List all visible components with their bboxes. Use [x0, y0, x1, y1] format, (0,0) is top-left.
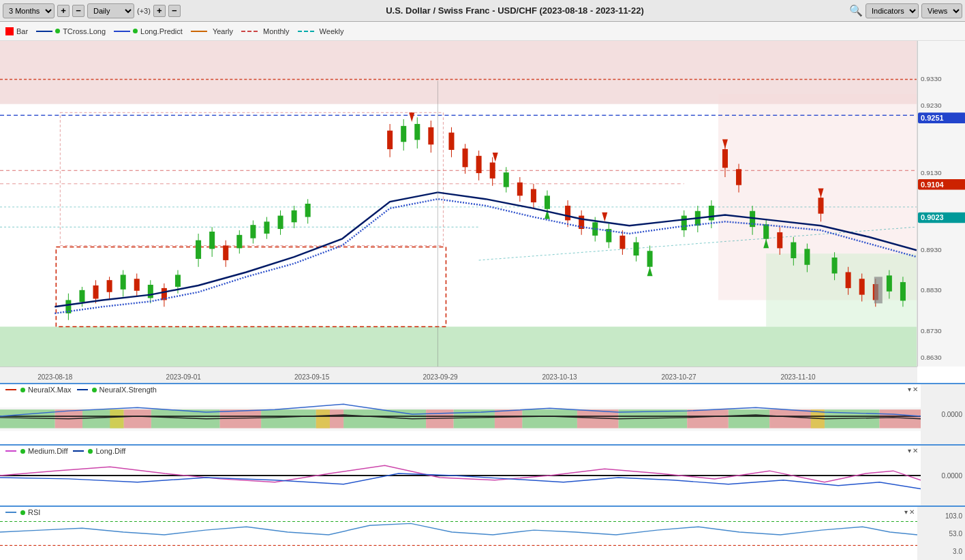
svg-rect-20 [107, 280, 112, 292]
svg-rect-113 [804, 249, 810, 264]
tcross-dot-icon [55, 29, 60, 33]
neural-panel-axis: 0.0000 [921, 384, 965, 444]
yearly-line-icon [191, 31, 207, 32]
svg-rect-60 [448, 133, 454, 150]
svg-rect-24 [134, 279, 140, 291]
svg-text:0.9251: 0.9251 [921, 114, 944, 122]
legend-bar-label: Bar [16, 27, 28, 35]
legend-monthly: Monthly [241, 27, 290, 35]
neural-strength-legend: NeuralX.Strength [77, 386, 157, 394]
svg-rect-130 [874, 277, 883, 303]
svg-rect-26 [148, 285, 153, 298]
legend-yearly-label: Yearly [213, 27, 233, 35]
svg-rect-64 [476, 156, 482, 173]
diff-panel-axis: 0.0000 [921, 446, 965, 505]
svg-rect-115 [818, 198, 823, 213]
rsi-legend: RSI [5, 508, 40, 516]
long-diff-legend: Long.Diff [73, 447, 125, 455]
svg-text:0.8630: 0.8630 [921, 354, 942, 361]
svg-rect-157 [123, 409, 151, 428]
neural-panel-content: NeuralX.Max NeuralX.Strength ▾ ✕ [0, 384, 921, 444]
neural-panel-controls: ▾ ✕ [908, 386, 918, 393]
svg-rect-86 [619, 236, 625, 249]
price-axis: 0.9330 0.9230 0.9130 0.8930 0.8830 0.873… [917, 41, 965, 367]
svg-rect-100 [722, 149, 728, 168]
indicators-select[interactable]: Indicators [866, 3, 919, 18]
svg-marker-92 [647, 267, 653, 277]
neural-max-legend: NeuralX.Max [5, 386, 72, 394]
neural-max-icon [5, 389, 16, 390]
rsi-dot [20, 510, 25, 515]
timeframe-select[interactable]: 3 Months 1 Month 6 Months [3, 3, 55, 18]
svg-rect-127 [900, 282, 906, 300]
svg-rect-117 [832, 258, 838, 273]
price-chart[interactable] [0, 41, 917, 367]
main-chart-area: 0.9330 0.9230 0.9130 0.8930 0.8830 0.873… [0, 41, 965, 367]
neural-panel-header: NeuralX.Max NeuralX.Strength [5, 386, 157, 394]
svg-rect-3 [766, 253, 917, 326]
svg-text:0.9023: 0.9023 [921, 214, 944, 222]
long-predict-line-icon [114, 31, 130, 32]
svg-rect-149 [261, 409, 316, 428]
legend-tcross: TCross.Long [36, 27, 106, 35]
diff-close-btn[interactable]: ✕ [913, 447, 918, 454]
x-label-3: 2023-09-15 [294, 373, 329, 381]
svg-rect-48 [305, 204, 311, 217]
rsi-collapse-btn[interactable]: ▾ [904, 508, 908, 516]
svg-rect-72 [531, 189, 536, 203]
search-button[interactable]: 🔍 [849, 4, 863, 17]
rsi-level-1: 103.0 [945, 512, 962, 520]
svg-text:0.8730: 0.8730 [921, 327, 942, 335]
legend-row: Bar TCross.Long Long.Predict Yearly Mont… [0, 22, 965, 41]
long-predict-dot-icon [133, 29, 138, 33]
medium-diff-label: Medium.Diff [28, 447, 67, 455]
svg-rect-16 [79, 290, 85, 302]
rsi-panel-controls: ▾ ✕ [904, 508, 915, 516]
svg-rect-52 [401, 126, 406, 142]
svg-rect-111 [791, 243, 796, 258]
neural-panel: NeuralX.Max NeuralX.Strength ▾ ✕ [0, 383, 965, 444]
svg-rect-18 [93, 285, 99, 299]
neural-close-btn[interactable]: ✕ [913, 386, 918, 393]
svg-rect-152 [522, 409, 577, 428]
medium-diff-dot [20, 449, 25, 454]
plus-btn[interactable]: + [57, 5, 70, 17]
price-axis-svg: 0.9330 0.9230 0.9130 0.8930 0.8830 0.873… [918, 41, 965, 367]
price-chart-svg [0, 41, 917, 367]
neural-collapse-btn[interactable]: ▾ [908, 386, 911, 393]
diff-collapse-btn[interactable]: ▾ [908, 447, 911, 454]
diff-value: 0.0000 [941, 472, 962, 480]
period-select[interactable]: Daily Weekly Monthly [87, 3, 134, 18]
svg-rect-78 [565, 206, 570, 220]
svg-rect-46 [292, 211, 297, 223]
legend-bar: Bar [5, 27, 28, 35]
svg-rect-50 [387, 131, 393, 149]
svg-text:0.9130: 0.9130 [921, 169, 942, 176]
svg-rect-167 [316, 409, 330, 428]
minus-btn[interactable]: − [72, 5, 85, 17]
x-label-4: 2023-09-29 [423, 373, 458, 381]
svg-rect-68 [504, 172, 509, 187]
svg-rect-102 [736, 169, 741, 185]
rsi-panel: RSI ▾ ✕ 103.0 53.0 [0, 505, 965, 560]
svg-rect-56 [428, 127, 433, 144]
svg-rect-38 [236, 235, 242, 249]
neural-max-label: NeuralX.Max [28, 386, 72, 394]
medium-diff-legend: Medium.Diff [5, 447, 67, 455]
period-minus-btn[interactable]: − [168, 5, 181, 17]
rsi-chart-svg [0, 507, 917, 560]
views-select[interactable]: Views [921, 3, 962, 18]
neural-max-dot [20, 388, 25, 392]
long-diff-icon [73, 450, 84, 452]
svg-rect-70 [517, 183, 523, 196]
neural-strength-icon [77, 389, 88, 390]
diff-panel: Medium.Diff Long.Diff ▾ ✕ [0, 444, 965, 505]
diff-chart-svg [0, 446, 921, 505]
x-label-1: 2023-08-18 [37, 373, 72, 381]
diff-panel-content: Medium.Diff Long.Diff ▾ ✕ [0, 446, 921, 505]
svg-rect-163 [687, 409, 728, 428]
period-plus-btn[interactable]: + [153, 5, 166, 17]
svg-text:0.9330: 0.9330 [921, 75, 942, 82]
rsi-close-btn[interactable]: ✕ [909, 508, 915, 516]
x-label-7: 2023-11-10 [780, 373, 815, 381]
